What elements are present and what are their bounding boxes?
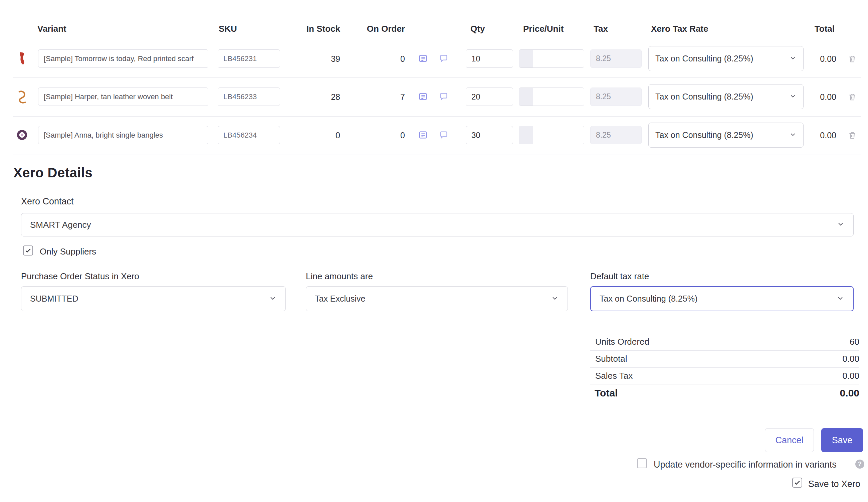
on-order-value: 0 (355, 54, 405, 64)
row-divider (13, 116, 861, 116)
chevron-down-icon (269, 294, 277, 304)
order-list-icon[interactable] (418, 130, 428, 140)
xero-contact-value: SMART Agency (30, 220, 837, 230)
tax-input (590, 126, 642, 144)
po-status-label: Purchase Order Status in Xero (21, 271, 139, 281)
row-divider (13, 78, 861, 78)
variant-input[interactable] (38, 88, 208, 106)
row-total: 0.00 (785, 92, 836, 102)
purchase-order-xero-panel: Variant SKU In Stock On Order Qty Price/… (0, 0, 868, 502)
sku-input[interactable] (218, 126, 280, 144)
row-total: 0.00 (785, 54, 836, 64)
tax-input (590, 49, 642, 68)
chevron-down-icon (837, 220, 845, 229)
delete-row-icon[interactable] (848, 131, 857, 140)
xero-tax-rate-value: Tax on Consulting (8.25%) (655, 130, 789, 140)
tax-input (590, 88, 642, 106)
in-stock-value: 28 (290, 92, 340, 102)
price-prefix-box (519, 88, 533, 105)
xero-contact-select[interactable]: SMART Agency (21, 213, 854, 236)
only-suppliers-label: Only Suppliers (40, 246, 96, 257)
price-prefix-box (519, 50, 533, 68)
line-amounts-value: Tax Exclusive (315, 294, 551, 304)
xero-tax-rate-select[interactable]: Tax on Consulting (8.25%) (648, 46, 804, 71)
save-to-xero-label: Save to Xero (808, 479, 860, 489)
col-header-variant: Variant (38, 24, 66, 34)
section-title: Xero Details (13, 165, 92, 180)
line-amounts-label: Line amounts are (306, 271, 373, 281)
chevron-down-icon (836, 294, 844, 304)
col-header-xero-tax-rate: Xero Tax Rate (651, 24, 708, 34)
order-list-icon[interactable] (418, 54, 428, 63)
summary-divider (590, 384, 859, 385)
col-header-tax: Tax (593, 24, 608, 34)
qty-input[interactable] (466, 49, 513, 68)
price-unit-input-group (519, 49, 584, 68)
line-amounts-select[interactable]: Tax Exclusive (306, 286, 568, 311)
row-divider (13, 155, 861, 155)
po-status-select[interactable]: SUBMITTED (21, 286, 286, 311)
col-header-total: Total (785, 24, 835, 34)
comment-icon[interactable] (439, 92, 448, 101)
col-header-qty: Qty (471, 24, 485, 34)
in-stock-value: 0 (290, 131, 340, 140)
price-unit-input[interactable] (533, 88, 584, 105)
sku-input[interactable] (218, 49, 280, 68)
comment-icon[interactable] (439, 130, 448, 140)
units-ordered-value: 60 (590, 337, 859, 347)
col-header-price-unit: Price/Unit (523, 24, 564, 34)
xero-contact-label: Xero Contact (21, 196, 74, 207)
update-vendor-checkbox[interactable] (637, 458, 647, 468)
delete-row-icon[interactable] (848, 54, 857, 63)
default-tax-rate-select[interactable]: Tax on Consulting (8.25%) (590, 286, 854, 311)
product-thumbnail-bangles (16, 127, 28, 144)
summary-divider (590, 350, 859, 351)
qty-input[interactable] (466, 88, 513, 106)
product-thumbnail-red-scarf (16, 51, 28, 67)
comment-icon[interactable] (439, 54, 448, 63)
default-tax-rate-label: Default tax rate (590, 271, 649, 281)
total-value: 0.00 (590, 387, 859, 399)
xero-tax-rate-select[interactable]: Tax on Consulting (8.25%) (648, 123, 804, 147)
save-to-xero-checkbox[interactable] (792, 478, 802, 488)
update-vendor-label: Update vendor-specific information in va… (654, 460, 837, 470)
price-unit-input[interactable] (533, 126, 584, 144)
only-suppliers-checkbox[interactable] (23, 246, 33, 256)
qty-input[interactable] (466, 126, 513, 144)
variant-input[interactable] (38, 126, 208, 144)
in-stock-value: 39 (290, 54, 340, 64)
price-unit-input[interactable] (533, 50, 584, 68)
on-order-value: 0 (355, 131, 405, 140)
xero-tax-rate-select[interactable]: Tax on Consulting (8.25%) (648, 84, 804, 109)
default-tax-rate-value: Tax on Consulting (8.25%) (600, 294, 836, 304)
col-header-in-stock: In Stock (290, 24, 340, 34)
xero-tax-rate-value: Tax on Consulting (8.25%) (655, 92, 789, 102)
on-order-value: 7 (355, 92, 405, 102)
po-status-value: SUBMITTED (30, 294, 269, 304)
price-unit-input-group (519, 126, 584, 144)
chevron-down-icon (551, 294, 559, 304)
subtotal-value: 0.00 (590, 354, 859, 364)
summary-divider (590, 334, 859, 334)
table-header-border (13, 42, 861, 42)
col-header-sku: SKU (219, 24, 237, 34)
table-top-border (13, 17, 861, 17)
order-list-icon[interactable] (418, 92, 428, 101)
price-prefix-box (519, 126, 533, 144)
summary-divider (590, 367, 859, 368)
price-unit-input-group (519, 88, 584, 106)
save-button[interactable]: Save (821, 428, 863, 452)
xero-tax-rate-value: Tax on Consulting (8.25%) (655, 54, 789, 63)
sku-input[interactable] (218, 88, 280, 106)
help-icon[interactable]: ? (855, 460, 864, 469)
sales-tax-value: 0.00 (590, 371, 859, 381)
delete-row-icon[interactable] (848, 93, 857, 101)
variant-input[interactable] (38, 49, 208, 68)
col-header-on-order: On Order (355, 24, 405, 34)
cancel-button[interactable]: Cancel (765, 428, 814, 452)
product-thumbnail-tan-belt (16, 89, 28, 105)
row-total: 0.00 (785, 131, 836, 140)
